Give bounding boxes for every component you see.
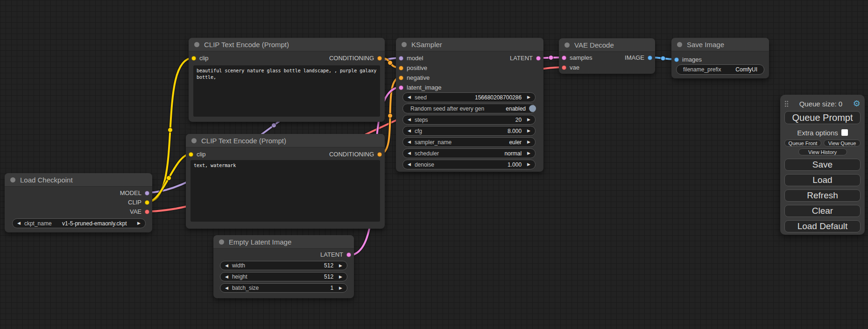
widget-label: ckpt_name: [24, 220, 52, 227]
vae-output-slot[interactable]: [145, 210, 149, 214]
left-arrow-icon[interactable]: ◀: [408, 162, 411, 167]
clip-output-slot[interactable]: [145, 200, 149, 205]
latent-output-slot[interactable]: [536, 56, 541, 61]
left-arrow-icon[interactable]: ◀: [225, 264, 228, 268]
node-clip-text-encode-positive[interactable]: CLIP Text Encode (Prompt) clip CONDITION…: [189, 38, 385, 122]
right-arrow-icon[interactable]: ▶: [527, 151, 530, 155]
toggle-knob[interactable]: [529, 105, 536, 112]
link-midpoint-dot[interactable]: [167, 176, 171, 181]
right-arrow-icon[interactable]: ▶: [339, 264, 342, 268]
node-clip-text-encode-negative[interactable]: CLIP Text Encode (Prompt) clip CONDITION…: [186, 134, 385, 229]
prompt-textarea[interactable]: beautiful scenery nature glass bottle la…: [193, 65, 380, 117]
clip-input-slot[interactable]: [189, 152, 193, 157]
latent-image-input-slot[interactable]: [399, 85, 403, 90]
clear-button[interactable]: Clear: [784, 205, 861, 217]
input-label: clip: [199, 55, 209, 62]
node-title-bar[interactable]: Save Image: [671, 38, 769, 51]
left-arrow-icon[interactable]: ◀: [408, 140, 411, 144]
node-title-bar[interactable]: Load Checkpoint: [5, 173, 152, 187]
node-vae-decode[interactable]: VAE Decode samples IMAGE vae: [559, 38, 655, 74]
widget-label: batch_size: [232, 285, 259, 291]
left-arrow-icon[interactable]: ◀: [225, 286, 228, 290]
batch-size-widget[interactable]: ◀ batch_size 1 ▶: [220, 283, 347, 293]
right-arrow-icon[interactable]: ▶: [339, 286, 342, 290]
output-row-latent: LATENT: [213, 250, 354, 259]
left-arrow-icon[interactable]: ◀: [408, 118, 411, 122]
save-button[interactable]: Save: [784, 159, 861, 171]
steps-widget[interactable]: ◀ steps 20 ▶: [402, 115, 536, 125]
model-input-slot[interactable]: [399, 56, 403, 61]
width-widget[interactable]: ◀ width 512 ▶: [220, 261, 347, 270]
images-input-slot[interactable]: [674, 57, 679, 62]
collapse-dot-icon[interactable]: [677, 42, 682, 47]
seed-widget[interactable]: ◀ seed 156680208700286 ▶: [402, 92, 536, 102]
link-midpoint-dot[interactable]: [388, 113, 393, 118]
scheduler-widget[interactable]: ◀ scheduler normal ▶: [402, 148, 536, 158]
height-widget[interactable]: ◀ height 512 ▶: [220, 272, 347, 281]
collapse-dot-icon[interactable]: [219, 239, 224, 245]
queue-front-button[interactable]: Queue Front: [784, 140, 821, 147]
drag-handle-icon[interactable]: [784, 100, 789, 107]
right-arrow-icon[interactable]: ▶: [527, 118, 530, 122]
filename-prefix-widget[interactable]: filename_prefix ComfyUI: [676, 64, 764, 75]
load-button[interactable]: Load: [784, 174, 861, 186]
view-history-button[interactable]: View History: [798, 148, 847, 155]
settings-gear-icon[interactable]: ⚙: [853, 99, 861, 108]
clip-input-slot[interactable]: [191, 56, 196, 61]
node-title-bar[interactable]: VAE Decode: [559, 38, 655, 52]
right-arrow-icon[interactable]: ▶: [527, 162, 530, 167]
right-arrow-icon[interactable]: ▶: [339, 275, 342, 279]
left-arrow-icon[interactable]: ◀: [225, 275, 228, 279]
vae-input-slot[interactable]: [562, 65, 566, 70]
load-default-button[interactable]: Load Default: [784, 220, 861, 232]
model-output-slot[interactable]: [145, 191, 149, 196]
ckpt-name-widget[interactable]: ◀ ckpt_name v1-5-pruned-emaonly.ckpt ▶: [12, 218, 146, 228]
link-midpoint-dot[interactable]: [388, 61, 393, 65]
positive-input-slot[interactable]: [399, 66, 403, 70]
left-arrow-icon[interactable]: ◀: [408, 129, 411, 133]
comfyui-canvas[interactable]: { "colors": { "model": "#B39DDB", "clip"…: [0, 0, 868, 329]
collapse-dot-icon[interactable]: [194, 42, 199, 47]
refresh-button[interactable]: Refresh: [784, 189, 861, 202]
random-seed-toggle-widget[interactable]: Random seed after every gen enabled: [402, 104, 536, 113]
prompt-textarea[interactable]: text, watermark: [191, 160, 380, 222]
sampler-name-widget[interactable]: ◀ sampler_name euler ▶: [402, 137, 536, 147]
node-load-checkpoint[interactable]: Load Checkpoint MODEL CLIP VAE ◀ ckpt_na…: [5, 173, 152, 232]
right-arrow-icon[interactable]: ▶: [527, 95, 530, 99]
collapse-dot-icon[interactable]: [402, 42, 407, 47]
right-arrow-icon[interactable]: ▶: [527, 129, 530, 133]
link-midpoint-dot[interactable]: [549, 56, 553, 60]
node-ksampler[interactable]: KSampler model LATENT positive negative …: [396, 38, 543, 172]
widget-label: filename_prefix: [683, 66, 721, 73]
collapse-dot-icon[interactable]: [191, 138, 197, 143]
node-title-bar[interactable]: KSampler: [396, 38, 543, 51]
queue-prompt-button[interactable]: Queue Prompt: [784, 111, 861, 124]
node-title-bar[interactable]: Empty Latent Image: [213, 235, 354, 249]
right-arrow-icon[interactable]: ▶: [527, 140, 530, 144]
left-arrow-icon[interactable]: ◀: [408, 151, 411, 155]
right-arrow-icon[interactable]: ▶: [137, 221, 141, 225]
samples-input-slot[interactable]: [562, 56, 566, 60]
extra-options-checkbox[interactable]: [841, 129, 848, 136]
denoise-widget[interactable]: ◀ denoise 1.000 ▶: [402, 160, 536, 169]
cfg-widget[interactable]: ◀ cfg 8.000 ▶: [402, 126, 536, 136]
link-midpoint-dot[interactable]: [168, 128, 173, 133]
node-title-bar[interactable]: CLIP Text Encode (Prompt): [189, 38, 385, 51]
negative-input-slot[interactable]: [399, 76, 403, 80]
collapse-dot-icon[interactable]: [565, 42, 570, 48]
node-save-image[interactable]: Save Image images filename_prefix ComfyU…: [671, 38, 769, 78]
left-arrow-icon[interactable]: ◀: [408, 95, 411, 99]
widget-label: denoise: [415, 161, 434, 168]
link-midpoint-dot[interactable]: [661, 56, 665, 61]
latent-output-slot[interactable]: [346, 252, 351, 257]
conditioning-output-slot[interactable]: [377, 56, 382, 61]
collapse-dot-icon[interactable]: [10, 177, 15, 182]
link-midpoint-dot[interactable]: [272, 123, 276, 128]
view-queue-button[interactable]: View Queue: [824, 140, 861, 147]
node-title-bar[interactable]: CLIP Text Encode (Prompt): [186, 134, 385, 147]
conditioning-output-slot[interactable]: [377, 152, 382, 157]
left-arrow-icon[interactable]: ◀: [17, 221, 21, 225]
input-row-latent-image: latent_image: [396, 83, 543, 92]
node-empty-latent-image[interactable]: Empty Latent Image LATENT ◀ width 512 ▶ …: [213, 235, 354, 298]
image-output-slot[interactable]: [648, 56, 652, 60]
